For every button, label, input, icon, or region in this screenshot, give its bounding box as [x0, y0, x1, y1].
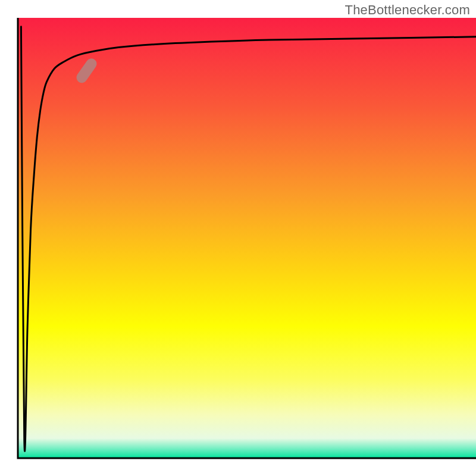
- watermark-text: TheBottlenecker.com: [345, 2, 470, 18]
- gradient-background: [18, 18, 476, 458]
- chart-canvas: [0, 0, 476, 476]
- bottleneck-chart: TheBottlenecker.com: [0, 0, 476, 476]
